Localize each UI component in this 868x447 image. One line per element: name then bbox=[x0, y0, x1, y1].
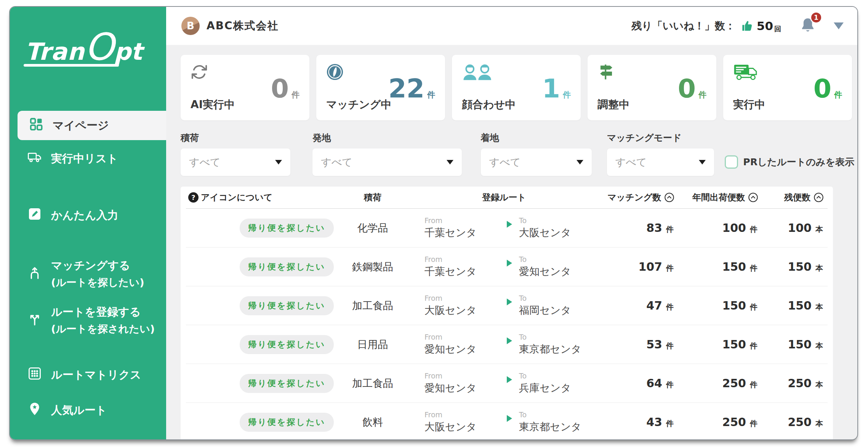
pr-only-filter: PRしたルートのみを表示 bbox=[725, 155, 854, 169]
dashboard-grid-icon bbox=[29, 117, 43, 134]
sort-chevron-icon[interactable] bbox=[664, 192, 674, 203]
logo-underline bbox=[24, 64, 119, 67]
column-header-cargo: 積荷 bbox=[338, 192, 407, 203]
matrix-grid-icon bbox=[27, 366, 42, 383]
annual-value: 250 bbox=[722, 377, 746, 390]
merge-arrow-icon bbox=[27, 265, 42, 283]
sidebar: TranOpt マイページ 実行中リスト かんたん入力 bbox=[10, 7, 166, 439]
status-card-unit: 件 bbox=[427, 89, 435, 100]
route-cell: From千葉センタ To大阪センタ bbox=[407, 216, 601, 239]
table-row[interactable]: 帰り便を探したい 鉄鋼製品 From千葉センタ To愛知センタ 107件 150… bbox=[186, 247, 828, 286]
status-card-adjusting[interactable]: 調整中 0件 bbox=[588, 55, 716, 120]
filter-origin: 発地 すべて bbox=[312, 132, 461, 176]
cargo-cell: 加工食品 bbox=[338, 299, 407, 313]
status-badge: 帰り便を探したい bbox=[240, 296, 334, 315]
table-row[interactable]: 帰り便を探したい 日用品 From愛知センタ To東京都センタ 53件 150件… bbox=[186, 325, 828, 364]
destination-select[interactable]: すべて bbox=[481, 148, 592, 176]
sidebar-item-route-matrix[interactable]: ルートマトリクス bbox=[10, 360, 166, 390]
account-menu-caret-icon[interactable] bbox=[834, 22, 844, 29]
app-window: TranOpt マイページ 実行中リスト かんたん入力 bbox=[9, 6, 858, 440]
remaining-value: 150 bbox=[788, 299, 812, 312]
sidebar-item-mypage[interactable]: マイページ bbox=[18, 111, 166, 140]
status-card-matching[interactable]: マッチング中 22件 bbox=[316, 55, 445, 120]
logo-text: Tran bbox=[25, 38, 85, 65]
notifications-button[interactable]: 1 bbox=[799, 17, 816, 35]
help-icon[interactable]: ? bbox=[188, 192, 199, 203]
matches-value: 47 bbox=[646, 299, 662, 312]
table-row[interactable]: 帰り便を探したい 加工食品 From愛知センタ To兵庫センタ 64件 250件… bbox=[186, 364, 828, 403]
table-row[interactable]: 帰り便を探したい 飲料 From大阪センタ To東京都センタ 43件 250件 … bbox=[186, 403, 828, 439]
status-card-value: 0 bbox=[678, 76, 696, 102]
sidebar-item-easy-input[interactable]: かんたん入力 bbox=[10, 201, 166, 230]
truck-icon bbox=[27, 150, 42, 167]
sidebar-item-label: ルートマトリクス bbox=[51, 367, 141, 383]
sidebar-item-label: ルートを登録する bbox=[51, 305, 141, 318]
sidebar-item-popular-routes[interactable]: 人気ルート bbox=[10, 396, 166, 425]
column-header-annual: 年間出荷便数 bbox=[692, 192, 745, 203]
route-from: 千葉センタ bbox=[424, 226, 507, 239]
route-arrow-icon bbox=[507, 376, 512, 383]
notification-badge: 1 bbox=[810, 11, 822, 24]
status-card-value: 22 bbox=[388, 76, 424, 102]
matching-mode-select[interactable]: すべて bbox=[607, 148, 714, 176]
annual-value: 150 bbox=[722, 299, 746, 312]
sort-chevron-icon[interactable] bbox=[748, 192, 758, 203]
route-from: 千葉センタ bbox=[424, 265, 507, 278]
chevron-down-icon bbox=[699, 160, 706, 164]
likes-unit: 回 bbox=[774, 24, 781, 34]
cargo-cell: 化学品 bbox=[338, 221, 407, 235]
status-badge: 帰り便を探したい bbox=[240, 374, 334, 393]
sidebar-item-label: 実行中リスト bbox=[51, 151, 118, 166]
remaining-value: 100 bbox=[788, 221, 812, 235]
status-card-ai-running[interactable]: AI実行中 0件 bbox=[181, 55, 309, 120]
status-card-value: 0 bbox=[814, 76, 831, 102]
route-cell: From愛知センタ To兵庫センタ bbox=[407, 372, 601, 395]
routes-table: ? アイコンについて 積荷 登録ルート マッチング数 年間出荷便数 残便数 bbox=[181, 187, 833, 439]
filter-label: 発地 bbox=[312, 132, 461, 144]
sort-chevron-icon[interactable] bbox=[814, 192, 824, 203]
top-bar: B ABC株式会社 残り「いいね！」数： 50 回 1 bbox=[166, 7, 857, 45]
route-arrow-icon bbox=[507, 299, 512, 305]
origin-select[interactable]: すべて bbox=[312, 148, 461, 176]
table-row[interactable]: 帰り便を探したい 加工食品 From大阪センタ To福岡センタ 47件 150件… bbox=[186, 286, 828, 325]
chevron-down-icon bbox=[577, 160, 583, 164]
status-card-executing[interactable]: 実行中 0件 bbox=[723, 55, 852, 120]
pr-only-checkbox[interactable] bbox=[725, 155, 738, 169]
cargo-select[interactable]: すべて bbox=[181, 148, 290, 176]
matches-value: 64 bbox=[646, 377, 662, 390]
likes-remaining-label: 残り「いいね！」数： bbox=[631, 19, 735, 33]
route-from: 大阪センタ bbox=[424, 303, 507, 317]
route-to: 愛知センタ bbox=[519, 265, 601, 278]
route-to: 大阪センタ bbox=[519, 226, 601, 239]
status-card-label: 実行中 bbox=[733, 97, 765, 112]
filter-label: マッチングモード bbox=[607, 132, 714, 144]
status-card-unit: 件 bbox=[834, 89, 842, 100]
fork-arrow-icon bbox=[27, 312, 42, 329]
table-header-row: ? アイコンについて 積荷 登録ルート マッチング数 年間出荷便数 残便数 bbox=[186, 187, 828, 209]
likes-count: 50 bbox=[757, 19, 773, 33]
status-badge: 帰り便を探したい bbox=[240, 335, 334, 354]
cargo-cell: 加工食品 bbox=[338, 377, 407, 390]
route-to: 兵庫センタ bbox=[519, 381, 601, 395]
chevron-down-icon bbox=[447, 160, 453, 164]
status-cards: AI実行中 0件 マッチング中 22件 顔合わせ中 1件 bbox=[181, 55, 854, 120]
sidebar-item-running-list[interactable]: 実行中リスト bbox=[10, 144, 166, 173]
bell-icon bbox=[799, 28, 816, 35]
map-pin-star-icon bbox=[27, 402, 42, 419]
filter-bar: 積荷 すべて 発地 すべて 着地 すべて マッチングモード すべて PRし bbox=[181, 132, 854, 176]
sidebar-item-sublabel: (ルートを探されたい) bbox=[51, 322, 155, 336]
table-row[interactable]: 帰り便を探したい 化学品 From千葉センタ To大阪センタ 83件 100件 … bbox=[186, 209, 828, 247]
sidebar-menu: マイページ 実行中リスト かんたん入力 マッチングする bbox=[10, 89, 166, 425]
pr-only-label: PRしたルートのみを表示 bbox=[743, 156, 854, 168]
main-area: B ABC株式会社 残り「いいね！」数： 50 回 1 bbox=[166, 7, 857, 439]
matches-value: 43 bbox=[646, 415, 662, 429]
sidebar-item-register-route[interactable]: ルートを登録する (ルートを探されたい) bbox=[10, 299, 166, 342]
sidebar-item-matching[interactable]: マッチングする (ルートを探したい) bbox=[10, 252, 166, 295]
column-header-icon-info: アイコンについて bbox=[201, 192, 272, 203]
route-from: 愛知センタ bbox=[424, 342, 507, 356]
route-cell: From大阪センタ To福岡センタ bbox=[407, 294, 601, 317]
status-card-meeting[interactable]: 顔合わせ中 1件 bbox=[452, 55, 581, 120]
status-card-label: AI実行中 bbox=[191, 97, 235, 112]
filter-matching-mode: マッチングモード すべて bbox=[607, 132, 714, 176]
sidebar-item-label: かんたん入力 bbox=[51, 208, 119, 223]
